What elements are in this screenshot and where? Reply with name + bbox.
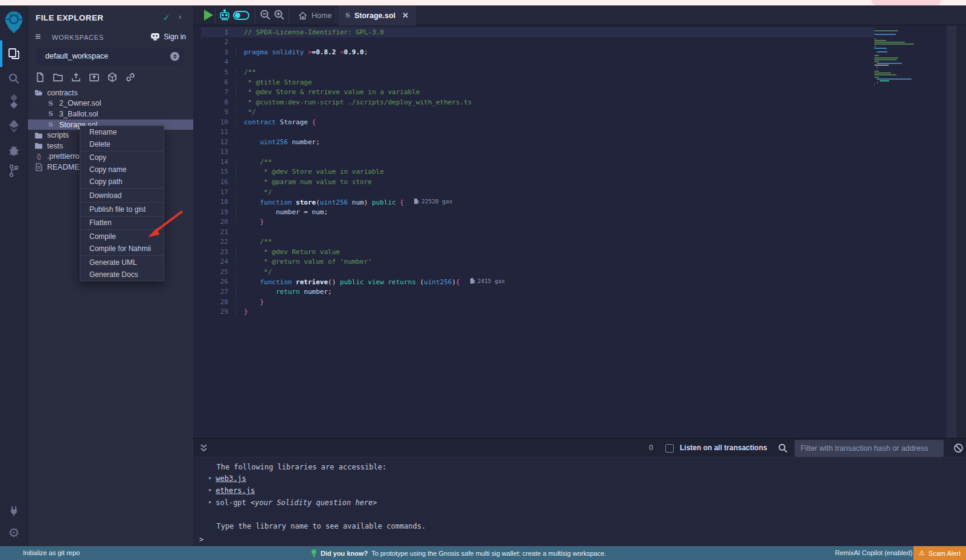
code-line[interactable]: 17 */ [201,187,874,197]
listen-all-transactions-checkbox[interactable] [665,444,674,453]
code-line[interactable]: 28 } [201,297,874,307]
code-line[interactable]: 2 [201,37,874,48]
scam-alert-button[interactable]: ⚠ Scam Alert [913,546,966,560]
listen-all-transactions-label[interactable]: Listen on all transactions [680,444,767,452]
expand-panel-icon[interactable]: › [179,12,181,21]
run-script-button[interactable] [204,10,213,21]
warning-icon: ⚠ [919,549,925,557]
tab-home[interactable]: Home [291,5,339,25]
menu-item-copy[interactable]: Copy [80,152,164,164]
menu-item-rename[interactable]: Rename [80,126,164,138]
code-line[interactable]: 22 /** [201,237,874,247]
zoom-in-icon[interactable] [273,9,285,21]
menu-item-download[interactable]: Download [80,189,164,202]
file-explorer-header: FILE EXPLORER ✓ › [28,9,193,27]
close-tab-icon[interactable]: ✕ [402,11,409,20]
file-explorer-icon[interactable] [0,43,28,65]
menu-item-flatten[interactable]: Flatten [80,217,164,229]
copilot-status[interactable]: RemixAI Copilot (enabled) [835,549,912,556]
code-text: */ [235,188,874,196]
git-init-button[interactable]: Initialize as git repo [23,549,80,556]
code-line[interactable]: 12 uint256 number; [201,137,874,147]
tree-item-contracts[interactable]: contracts [28,88,193,98]
code-line[interactable]: 13 [201,147,874,158]
code-line[interactable]: 18 function store(uint256 num) public {2… [201,197,874,207]
menu-item-delete[interactable]: Delete [80,138,164,150]
terminal-header: 0 Listen on all transactions [193,438,966,457]
code-line[interactable]: 10contract Storage { [201,117,874,127]
menu-item-compile-for-nahmii[interactable]: Compile for Nahmii [80,243,164,255]
code-line[interactable]: 14 /** [201,157,874,167]
menu-item-generate-uml[interactable]: Generate UML [80,256,164,269]
import-ipfs-icon[interactable] [107,72,118,83]
tip-text: To prototype using the Gnosis safe multi… [371,550,606,557]
import-url-icon[interactable] [125,72,136,83]
git-icon[interactable] [0,160,28,182]
code-line[interactable]: 7 * @dev Store & retrieve value in a var… [201,87,874,97]
editor-minimap[interactable] [874,30,927,86]
code-line[interactable]: 3pragma solidity >=0.8.2 <0.9.0; [201,47,874,57]
tree-item-3-ballot-sol[interactable]: S3_Ballot.sol [28,109,193,119]
code-line[interactable]: 20 } [201,217,874,227]
solidity-compiler-icon[interactable] [0,91,28,112]
code-line[interactable]: 24 * @return value of 'number' [201,257,874,267]
code-line[interactable]: 1// SPDX-License-Identifier: GPL-3.0 [201,27,874,37]
editor-scrollbar-track[interactable] [947,25,956,444]
terminal-output[interactable]: The following libraries are accessible:•… [193,458,966,546]
new-file-icon[interactable] [35,72,45,83]
code-line[interactable]: 4 [201,57,874,68]
clear-console-icon[interactable] [953,443,964,453]
line-number: 12 [201,138,235,146]
plugin-manager-icon[interactable] [0,501,28,521]
search-icon[interactable] [0,68,28,89]
code-line[interactable]: 5/** [201,67,874,77]
library-link[interactable]: web3.js [216,474,246,483]
ai-copilot-robot-icon[interactable] [219,9,231,22]
menu-item-compile[interactable]: Compile [80,231,164,243]
settings-icon[interactable]: ⚙ [0,523,28,542]
menu-item-generate-docs[interactable]: Generate Docs [80,269,164,281]
code-line[interactable]: 26 function retrieve() public view retur… [201,277,874,287]
code-line[interactable]: 19 number = num; [201,207,874,217]
code-line[interactable]: 6 * @title Storage [201,77,874,88]
code-line[interactable]: 21 [201,227,874,237]
search-icon[interactable] [778,443,788,453]
line-number: 20 [201,218,235,226]
window-scrollbar-track[interactable] [956,25,966,444]
deploy-and-run-icon[interactable] [0,115,28,137]
debugger-icon[interactable] [0,139,28,161]
upload-file-icon[interactable] [71,72,82,83]
code-line[interactable]: 27 return number; [201,287,874,297]
code-line[interactable]: 15 * @dev Store value in variable [201,167,874,177]
did-you-know-tip: Did you know? To prototype using the Gno… [311,549,606,558]
ai-copilot-toggle[interactable] [233,11,249,20]
menu-item-publish-file-to-gist[interactable]: Publish file to gist [80,203,164,215]
transaction-filter-input[interactable] [795,440,944,457]
zoom-out-icon[interactable] [260,9,271,21]
code-line[interactable]: 16 * @param num value to store [201,177,874,187]
code-line[interactable]: 23 * @dev Return value [201,247,874,257]
workspace-select[interactable]: default_workspace [36,48,185,65]
new-folder-icon[interactable] [53,72,63,83]
tab-storage-sol[interactable]: S Storage.sol ✕ [338,5,416,25]
tree-item-2-owner-sol[interactable]: S2_Owner.sol [28,98,193,109]
code-line[interactable]: 25 */ [201,267,874,277]
code-line[interactable]: 29} [201,307,874,317]
menu-item-copy-name[interactable]: Copy name [80,164,164,176]
menu-item-copy-path[interactable]: Copy path [80,176,164,188]
code-line[interactable]: 9 */ [201,107,874,117]
code-editor[interactable]: 1// SPDX-License-Identifier: GPL-3.023pr… [193,25,966,444]
terminal-prompt[interactable]: > [199,535,203,544]
code-line[interactable]: 8 * @custom:dev-run-script ./scripts/dep… [201,97,874,107]
code-text: */ [235,108,874,116]
line-number: 6 [201,78,235,86]
sign-in-button[interactable]: Sign in [150,32,186,41]
code-line[interactable]: 11 [201,127,874,137]
workspaces-menu-icon[interactable]: ≡ [35,31,40,42]
line-number: 11 [201,128,235,136]
upload-folder-icon[interactable] [89,72,100,83]
library-link[interactable]: ethers.js [216,486,255,495]
accept-check-icon[interactable]: ✓ [163,13,170,22]
collapse-terminal-icon[interactable] [199,443,208,453]
remix-logo-icon[interactable] [0,11,28,33]
